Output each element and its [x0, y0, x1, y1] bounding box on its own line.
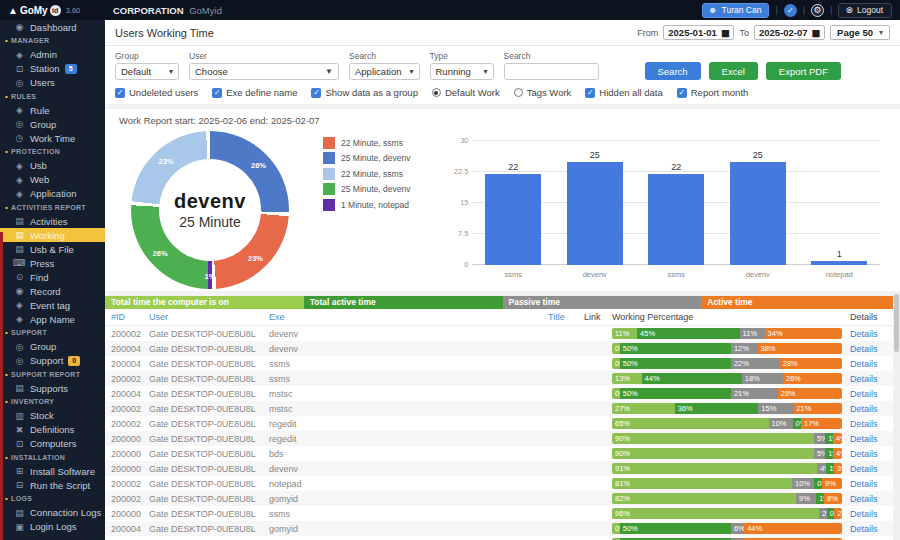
details-link[interactable]: Details: [850, 509, 878, 519]
page-size-select[interactable]: Page 50 ▾: [830, 25, 890, 40]
group-select[interactable]: Default▾: [115, 63, 179, 80]
sidebar-item-users[interactable]: ◎Users: [0, 76, 105, 90]
sidebar-item-computers[interactable]: ⊡Computers: [0, 437, 105, 451]
table-row[interactable]: 200002Gate DESKTOP-0UE8U8Ldevenv11%45%11…: [105, 326, 900, 341]
sidebar-item-admin[interactable]: ◈Admin: [0, 48, 105, 62]
table-row[interactable]: 200004Gate DESKTOP-0UE8U8Lssms0%50%22%28…: [105, 356, 900, 371]
details-link[interactable]: Details: [850, 359, 878, 369]
sidebar-item-activities[interactable]: ▤Activities: [0, 214, 105, 228]
table-row[interactable]: 200004Gate DESKTOP-0UE8U8Ldevenv0%50%12%…: [105, 341, 900, 356]
table-row[interactable]: 200004Gate DESKTOP-0UE8U8Lmstsc0%50%21%2…: [105, 386, 900, 401]
table-row[interactable]: 200004Gate DESKTOP-0UE8U8Lgomyid0%50%6%4…: [105, 521, 900, 536]
radio-tags-work[interactable]: Tags Work: [514, 87, 572, 98]
bar-ssms[interactable]: 22: [648, 174, 704, 265]
app-version: 3.60: [66, 6, 81, 15]
details-link[interactable]: Details: [850, 464, 878, 474]
search-type-select[interactable]: Application▾: [349, 63, 420, 80]
sidebar-item-login-logs[interactable]: ▣Login Logs: [0, 520, 105, 534]
table-scrollbar[interactable]: [893, 292, 900, 540]
cell-working-percentage: 0%50%21%29%: [612, 388, 850, 399]
sidebar-item-app-name[interactable]: ◈App Name: [0, 312, 105, 326]
bar-notepad[interactable]: 1: [811, 261, 867, 265]
scrollbar-thumb[interactable]: [894, 294, 899, 352]
table-row[interactable]: 200002Gate DESKTOP-0UE8U8Lssms13%44%18%2…: [105, 371, 900, 386]
bar-ssms[interactable]: 22: [485, 174, 541, 265]
sidebar-item-usb[interactable]: ◈Usb: [0, 159, 105, 173]
checkbox-report-month[interactable]: ✓Report month: [677, 87, 749, 98]
table-row[interactable]: 200000Gate DESKTOP-0UE8U8Lssms96%2%0%2%D…: [105, 506, 900, 521]
sidebar-item-support[interactable]: ◎Support0: [0, 354, 105, 368]
details-link[interactable]: Details: [850, 449, 878, 459]
checkbox-show-data-as-a-group[interactable]: ✓Show data as a group: [311, 87, 417, 98]
table-row[interactable]: 200002Gate DESKTOP-0UE8U8Lmstsc27%36%15%…: [105, 401, 900, 416]
from-date-input[interactable]: 2025-01-01 ▦: [663, 25, 734, 40]
sidebar-item-find[interactable]: ⊙Find: [0, 270, 105, 284]
sidebar-item-event-tag[interactable]: ◈Event tag: [0, 298, 105, 312]
details-link[interactable]: Details: [850, 344, 878, 354]
details-link[interactable]: Details: [850, 494, 878, 504]
shield-check-icon[interactable]: ✓: [784, 4, 797, 17]
details-link[interactable]: Details: [850, 404, 878, 414]
table-row[interactable]: 200002Gate DESKTOP-0UE8U8Lnotepad81%10%0…: [105, 476, 900, 491]
column-header-user[interactable]: User: [149, 312, 269, 322]
sidebar-item-station[interactable]: ⊡Station5: [0, 62, 105, 76]
sidebar-item-rule[interactable]: ◈Rule: [0, 103, 105, 117]
table-row[interactable]: 200002Gate DESKTOP-0UE8U8Lgomyid82%9%1%8…: [105, 491, 900, 506]
checkbox-hidden-all-data[interactable]: ✓Hidden all data: [585, 87, 662, 98]
sidebar-item-dashboard[interactable]: ◉Dashboard: [0, 20, 105, 34]
sidebar-item-press[interactable]: ⌨Press: [0, 256, 105, 270]
details-link[interactable]: Details: [850, 434, 878, 444]
table-row[interactable]: 200004Gate DESKTOP-0UE8U8Lnotepad0%50%6%…: [105, 536, 900, 540]
details-link[interactable]: Details: [850, 389, 878, 399]
sidebar-item-label: Support: [30, 355, 63, 366]
sidebar-item-stock[interactable]: ▥Stock: [0, 409, 105, 423]
type-select[interactable]: Running▾: [430, 63, 494, 80]
y-tick-label: 30: [440, 136, 468, 145]
column-header-title[interactable]: Title: [548, 312, 584, 322]
search-button[interactable]: Search: [645, 62, 701, 80]
export-pdf-button[interactable]: Export PDF: [766, 62, 841, 80]
sidebar-item-label: Web: [30, 174, 49, 185]
user-select[interactable]: Choose▼: [189, 63, 339, 80]
radio-default-work[interactable]: Default Work: [432, 87, 500, 98]
checkbox-exe-define-name[interactable]: ✓Exe define name: [212, 87, 297, 98]
table-row[interactable]: 200000Gate DESKTOP-0UE8U8Ldevenv91%4%1%3…: [105, 461, 900, 476]
sidebar-item-record[interactable]: ◉Record: [0, 284, 105, 298]
sidebar-item-group[interactable]: ◎Group: [0, 117, 105, 131]
to-date-input[interactable]: 2025-02-07 ▦: [754, 25, 825, 40]
checkbox-undeleted-users[interactable]: ✓Undeleted users: [115, 87, 198, 98]
sidebar-item-connaction-logs[interactable]: ▤Connaction Logs: [0, 506, 105, 520]
user-account-button[interactable]: ☻ Turan Can: [702, 3, 769, 18]
details-link[interactable]: Details: [850, 524, 878, 534]
gear-icon[interactable]: ⚙: [811, 4, 824, 17]
sidebar-item-web[interactable]: ◈Web: [0, 173, 105, 187]
sidebar-scrollbar[interactable]: [0, 232, 3, 540]
bar-devenv[interactable]: 25: [567, 162, 623, 265]
sidebar-item-work-time[interactable]: ◷Work Time: [0, 131, 105, 145]
details-link[interactable]: Details: [850, 329, 878, 339]
table-row[interactable]: 200000Gate DESKTOP-0UE8U8Lbds90%5%1%4%De…: [105, 446, 900, 461]
column-header-id[interactable]: #ID: [105, 312, 149, 322]
sidebar-item-definitions[interactable]: ✖Definitions: [0, 423, 105, 437]
logout-button[interactable]: ⊗ Logout: [838, 3, 892, 18]
search-input[interactable]: [504, 63, 599, 80]
details-link[interactable]: Details: [850, 419, 878, 429]
sidebar-item-group[interactable]: ◎Group: [0, 340, 105, 354]
bar-devenv[interactable]: 25: [730, 162, 786, 265]
bar-segment-or: 21%: [793, 403, 842, 414]
table-row[interactable]: 200000Gate DESKTOP-0UE8U8Lregedit90%5%1%…: [105, 431, 900, 446]
details-link[interactable]: Details: [850, 374, 878, 384]
table-row[interactable]: 200002Gate DESKTOP-0UE8U8Lregedit65%10%0…: [105, 416, 900, 431]
bar-group-devenv: 25devenv: [554, 141, 636, 265]
sidebar-item-working[interactable]: ▤Working: [0, 228, 105, 242]
excel-button[interactable]: Excel: [709, 62, 758, 80]
sidebar-item-application[interactable]: ◈Application: [0, 187, 105, 201]
sidebar-item-install-software[interactable]: ⊞Install Software: [0, 464, 105, 478]
sidebar-item-usb-file[interactable]: ▤Usb & File: [0, 242, 105, 256]
column-header-exe[interactable]: Exe: [269, 312, 548, 322]
sidebar-item-run-the-script[interactable]: ⊟Run the Script: [0, 478, 105, 492]
connection-logs-icon: ▤: [13, 508, 26, 518]
details-link[interactable]: Details: [850, 479, 878, 489]
sidebar-item-supports[interactable]: ▤Supports: [0, 381, 105, 395]
bar-segment-lg: 0%: [612, 343, 620, 354]
